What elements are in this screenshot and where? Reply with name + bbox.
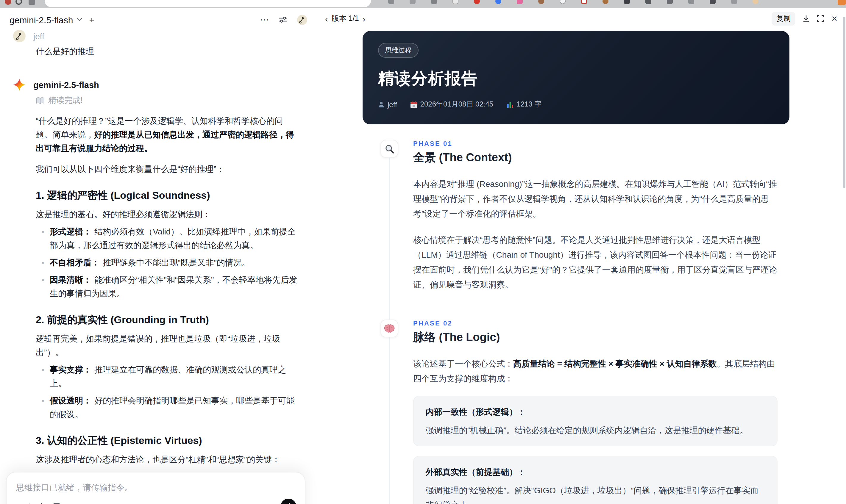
extension-icon[interactable] bbox=[474, 0, 480, 4]
extension-icon[interactable] bbox=[453, 0, 458, 4]
user-message-text: 什么是好的推理 bbox=[36, 44, 298, 58]
model-title[interactable]: gemini-2.5-flash bbox=[10, 15, 73, 25]
voice-input-button[interactable] bbox=[280, 499, 297, 504]
download-icon[interactable] bbox=[803, 15, 810, 22]
more-options-button[interactable]: ⋯ bbox=[260, 14, 269, 25]
artifact-document: 思维过程 精读分析报告 jeff 2026年01月08日 02:45 bbox=[317, 26, 846, 504]
composer-input[interactable]: 思维接口已就绪，请传输指令。 bbox=[16, 483, 295, 493]
person-icon bbox=[378, 101, 385, 108]
assistant-name: gemini-2.5-flash bbox=[33, 80, 99, 90]
calendar-icon bbox=[410, 101, 417, 108]
extension-icon[interactable] bbox=[431, 0, 437, 4]
composer[interactable]: 思维接口已就绪，请传输指令。 + bbox=[6, 472, 305, 504]
list-item: 因果清晰：能准确区分“相关性”和“因果关系”，不会轻率地将先后发生的事情归为因果… bbox=[42, 273, 298, 301]
report-author: jeff bbox=[378, 100, 397, 109]
settings-sliders-icon[interactable] bbox=[279, 16, 287, 23]
assistant-message: gemini-2.5-flash 精读完成! “什么是好的推理？”这是一个涉及逻… bbox=[13, 78, 306, 504]
user-message: jeff 什么是好的推理 bbox=[13, 30, 306, 58]
next-version-button[interactable]: › bbox=[360, 13, 368, 23]
report-type-badge: 思维过程 bbox=[378, 43, 419, 58]
report-datetime: 2026年01月08日 02:45 bbox=[410, 100, 494, 109]
fullscreen-icon[interactable] bbox=[817, 15, 824, 22]
version-label: 版本 1/1 bbox=[332, 13, 359, 23]
chat-panel: gemini-2.5-flash + ⋯ bbox=[0, 8, 317, 504]
app-window: gemini-2.5-flash + ⋯ bbox=[0, 0, 846, 504]
section-1-intro: 这是推理的基石。好的推理必须遵循逻辑法则： bbox=[36, 208, 298, 221]
section-3-intro: 这涉及推理者的心态和方法论，也是区分“杠精”和“思想家”的关键： bbox=[36, 453, 298, 467]
chevron-down-icon[interactable] bbox=[76, 18, 82, 21]
extension-icon[interactable] bbox=[710, 0, 716, 4]
chat-message-list: jeff 什么是好的推理 bbox=[0, 28, 317, 504]
open-book-icon bbox=[36, 97, 45, 104]
phase-paragraph: 本内容是对“推理 (Reasoning)”这一抽象概念的高层建模。在知识爆炸与人… bbox=[413, 177, 777, 221]
list-item: 假设透明：好的推理会明确指明哪些是已知事实，哪些是基于可能的假设。 bbox=[42, 394, 298, 421]
bar-chart-icon bbox=[506, 101, 513, 108]
phase-01-block: PHASE 01 全景 (The Context) 本内容是对“推理 (Reas… bbox=[381, 140, 846, 292]
section-2-intro: 逻辑再完美，如果前提是错误的，推理也是垃圾（即“垃圾进，垃圾出”）。 bbox=[36, 332, 298, 359]
report-hero-card: 思维过程 精读分析报告 jeff 2026年01月08日 02:45 bbox=[363, 31, 790, 124]
phase-paragraph: 核心情境在于解决“思考的随意性”问题。不论是人类通过批判性思维进行决策，还是大语… bbox=[413, 233, 777, 292]
url-bar[interactable] bbox=[45, 0, 371, 7]
copy-button[interactable]: 复制 bbox=[772, 12, 795, 25]
artifact-toolbar: ‹ 版本 1/1 › 复制 ✕ bbox=[317, 8, 846, 26]
chat-header: gemini-2.5-flash + ⋯ bbox=[0, 8, 317, 28]
user-avatar[interactable] bbox=[297, 15, 307, 25]
assistant-intro-paragraph: “什么是好的推理？”这是一个涉及逻辑学、认知科学和哲学核心的问题。简单来说，好的… bbox=[36, 114, 298, 155]
apps-grid-icon[interactable] bbox=[29, 0, 35, 5]
extension-icon[interactable] bbox=[388, 0, 394, 4]
close-icon[interactable]: ✕ bbox=[831, 14, 838, 23]
gemini-star-icon bbox=[13, 78, 25, 91]
extension-icon[interactable] bbox=[731, 0, 737, 4]
list-item: 形式逻辑：结构必须有效（Valid）。比如演绎推理中，如果前提全部为真，那么通过… bbox=[42, 225, 298, 252]
brain-icon bbox=[381, 320, 398, 337]
status-line: 精读完成! bbox=[36, 93, 298, 107]
logic-card-external-truth: 外部真实性（前提基础）： 强调推理的“经验校准”。解决“GIGO（垃圾进，垃圾出… bbox=[413, 456, 777, 504]
user-message-avatar bbox=[13, 30, 25, 42]
bookmark-icon[interactable] bbox=[53, 503, 60, 504]
list-item: 事实支撑：推理建立在可靠的数据、准确的观测或公认的真理之上。 bbox=[42, 363, 298, 390]
divider bbox=[29, 503, 30, 504]
phase-title: 脉络 (The Logic) bbox=[413, 330, 777, 345]
reload-icon[interactable] bbox=[16, 0, 22, 5]
phase-label: PHASE 01 bbox=[413, 140, 777, 147]
extension-icon[interactable] bbox=[517, 0, 523, 4]
section-1-title: 1. 逻辑的严密性 (Logical Soundness) bbox=[36, 188, 298, 202]
phase-label: PHASE 02 bbox=[413, 320, 777, 327]
section-2-title: 2. 前提的真实性 (Grounding in Truth) bbox=[36, 313, 298, 327]
section-3-title: 3. 认知的公正性 (Epistemic Virtues) bbox=[36, 434, 298, 448]
extension-icon[interactable] bbox=[667, 0, 673, 4]
artifact-panel: ‹ 版本 1/1 › 复制 ✕ 思维过程 精读分析报告 bbox=[317, 8, 846, 504]
skills-diamonds-icon[interactable] bbox=[37, 503, 46, 504]
extension-icon[interactable] bbox=[838, 0, 846, 5]
extension-icon[interactable] bbox=[495, 0, 501, 4]
report-title: 精读分析报告 bbox=[378, 68, 774, 89]
phase-02-block: PHASE 02 脉络 (The Logic) 该论述基于一个核心公式：高质量结… bbox=[381, 320, 846, 504]
extension-icon[interactable] bbox=[560, 0, 566, 4]
dimensions-lead: 我们可以从以下四个维度来衡量什么是“好的推理”： bbox=[36, 162, 298, 176]
vertical-scrollbar[interactable] bbox=[843, 17, 845, 188]
extension-icon[interactable] bbox=[410, 0, 416, 4]
list-item: 不自相矛盾：推理链条中不能出现“既是又非”的情况。 bbox=[42, 256, 298, 270]
formula-paragraph: 该论述基于一个核心公式：高质量结论 = 结构完整性 × 事实准确性 × 认知自律… bbox=[413, 356, 777, 386]
record-indicator-icon[interactable] bbox=[5, 0, 11, 5]
user-name: jeff bbox=[33, 31, 45, 41]
extension-icon[interactable] bbox=[602, 0, 609, 4]
attach-button[interactable]: + bbox=[16, 501, 22, 504]
magnifier-icon bbox=[381, 140, 398, 158]
status-text: 精读完成! bbox=[48, 93, 83, 107]
phase-timeline: PHASE 01 全景 (The Context) 本内容是对“推理 (Reas… bbox=[381, 140, 846, 504]
previous-version-button[interactable]: ‹ bbox=[323, 13, 331, 23]
extension-icon[interactable] bbox=[688, 0, 694, 4]
extension-icon[interactable] bbox=[538, 0, 544, 4]
new-chat-button[interactable]: + bbox=[89, 15, 94, 25]
profile-avatar-icon[interactable] bbox=[753, 0, 758, 4]
extension-icon[interactable] bbox=[624, 0, 630, 4]
logic-card-internal-consistency: 内部一致性（形式逻辑）： 强调推理的“机械正确”。结论必须在给定的规则系统内逻辑… bbox=[413, 396, 777, 446]
extension-icon[interactable] bbox=[581, 0, 587, 4]
report-word-count: 1213 字 bbox=[506, 100, 542, 109]
extension-icon[interactable] bbox=[645, 0, 651, 4]
browser-toolbar bbox=[0, 0, 846, 8]
phase-title: 全景 (The Context) bbox=[413, 150, 777, 165]
